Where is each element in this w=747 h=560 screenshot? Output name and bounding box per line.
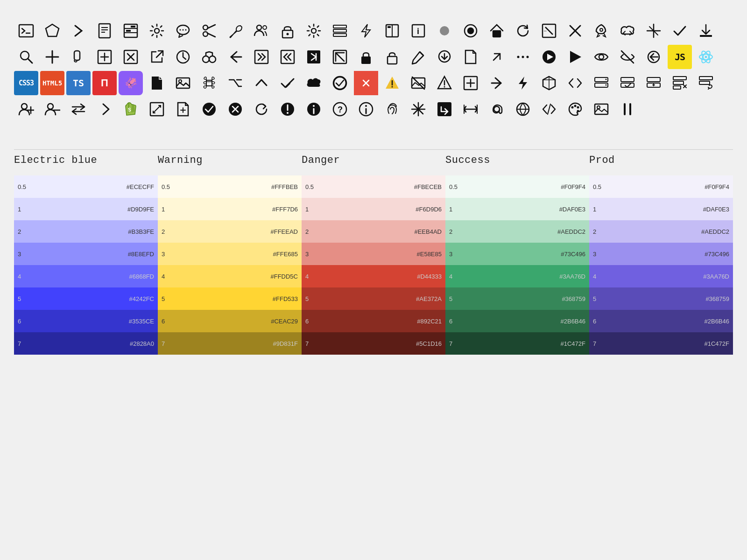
swatch-hex: #F0F9F4 (705, 183, 729, 190)
push-icon (302, 45, 326, 69)
squid-icon: 🦑 (119, 71, 143, 95)
plus-box2-icon (458, 71, 483, 95)
swatch-number: 4 (18, 273, 32, 280)
user-remove-icon (40, 97, 64, 121)
eye-off-icon (615, 45, 640, 69)
svg-rect-28 (333, 34, 346, 36)
swatch-number: 0.5 (162, 183, 176, 190)
info-circle-icon (302, 97, 326, 121)
swatch-hex: #2B6B46 (705, 318, 730, 325)
swatch-3-3: 3#73C496 (445, 243, 589, 265)
server-icon (589, 71, 613, 95)
bolt-icon (511, 71, 535, 95)
question-circle-icon: ? (328, 97, 352, 121)
swatch-hex: #3AA76D (559, 273, 585, 280)
chat-icon (171, 19, 195, 43)
server-plus-icon (641, 71, 666, 95)
swatch-hex: #FBECEB (414, 183, 442, 190)
svg-point-75 (517, 56, 520, 58)
swatch-number: 6 (18, 318, 32, 325)
swatch-hex: #892C21 (417, 318, 442, 325)
swatch-4-0: 0.5#F0F9F4 (589, 175, 733, 198)
svg-text:S: S (128, 107, 131, 112)
swatch-hex: #2828A0 (130, 340, 154, 347)
palettes-section: Electric blue0.5#ECECFF1#D9D9FE2#B3B3FE3… (14, 149, 733, 355)
swatch-3-6: 6#2B6B46 (445, 310, 589, 332)
home-icon (485, 19, 509, 43)
image2-icon (589, 97, 613, 121)
swatch-number: 7 (162, 340, 176, 347)
swatch-hex: #1C472F (705, 340, 729, 347)
swatch-hex: #6868FD (129, 273, 154, 280)
swatch-hex: #B3B3FE (128, 228, 154, 235)
ts-badge-icon: TS (66, 71, 91, 95)
swatch-hex: #DAF0E3 (559, 206, 585, 213)
swatch-number: 2 (593, 228, 607, 235)
file2-icon (145, 71, 169, 95)
swatch-number: 2 (449, 228, 463, 235)
circle-filled-icon (432, 19, 457, 43)
download-icon (694, 19, 718, 43)
svg-point-173 (571, 106, 574, 109)
swatch-hex: #1C472F (561, 340, 585, 347)
svg-rect-177 (595, 104, 608, 114)
svg-point-138 (48, 104, 53, 109)
swatch-hex: #D44333 (417, 273, 442, 280)
image-off-icon (406, 71, 430, 95)
fingerprint-icon (380, 97, 404, 121)
svg-point-14 (180, 29, 181, 31)
swatch-4-3: 3#73C496 (589, 243, 733, 265)
swatch-0-6: 6#3535CE (14, 310, 158, 332)
terminal-icon (14, 19, 38, 43)
enter-icon (432, 97, 457, 121)
icon-grid: i _ (14, 19, 733, 121)
swatch-number: 6 (162, 318, 176, 325)
check-circle2-icon (197, 97, 221, 121)
swatch-number: 5 (305, 295, 319, 302)
www-icon (511, 97, 535, 121)
swatch-hex: #AEDDC2 (557, 228, 585, 235)
swatch-number: 2 (162, 228, 176, 235)
svg-rect-26 (333, 25, 346, 28)
svg-rect-134 (699, 81, 710, 84)
swatch-hex: #2B6B46 (561, 318, 586, 325)
target-icon (458, 19, 483, 43)
code-icon (563, 71, 587, 95)
palette-title-1: Warning (158, 150, 302, 175)
play2-icon (563, 45, 587, 69)
swatch-2-0: 0.5#FBECEB (302, 175, 445, 198)
svg-point-178 (597, 106, 600, 109)
svg-rect-48 (700, 35, 712, 37)
svg-marker-29 (362, 24, 370, 37)
binoculars-icon (197, 45, 221, 69)
svg-marker-2 (46, 24, 59, 36)
icons-section: i _ (14, 14, 733, 131)
swatch-number: 5 (162, 295, 176, 302)
swatch-2-7: 7#5C1D16 (302, 332, 445, 355)
external-link-icon (145, 45, 169, 69)
js-badge-icon: JS (668, 45, 692, 69)
arrow-up-icon (249, 71, 274, 95)
css3-badge-icon: CSS3 (14, 71, 38, 95)
warning2-icon (432, 71, 457, 95)
swatch-hex: #F0F9F4 (561, 183, 585, 190)
svg-line-20 (207, 33, 215, 37)
swatch-number: 3 (593, 251, 607, 258)
pause-icon (615, 97, 640, 121)
swatch-number: 7 (593, 340, 607, 347)
edit-icon (406, 45, 430, 69)
swatch-hex: #D9D9FE (127, 206, 154, 213)
swatch-number: 1 (162, 206, 176, 213)
rows-icon (328, 19, 352, 43)
svg-line-143 (157, 105, 161, 109)
info-icon: i (406, 19, 430, 43)
palette-group-0: Electric blue0.5#ECECFF1#D9D9FE2#B3B3FE3… (14, 149, 158, 355)
svg-rect-38 (493, 31, 500, 37)
swatch-3-4: 4#3AA76D (445, 265, 589, 287)
palette-group-4: Prod0.5#F0F9F41#DAF0E32#AEDDC23#73C4964#… (589, 149, 733, 355)
swatch-hex: #3AA76D (703, 273, 729, 280)
users-icon (249, 19, 274, 43)
play-icon (537, 45, 561, 69)
svg-point-24 (287, 33, 289, 35)
svg-point-110 (444, 86, 445, 88)
